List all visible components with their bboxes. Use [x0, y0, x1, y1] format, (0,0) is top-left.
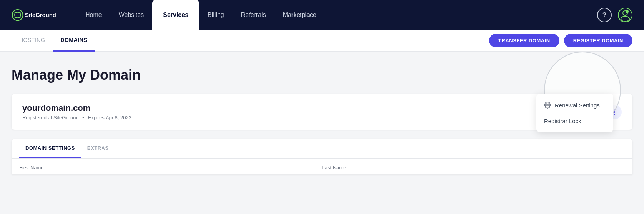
- tab-extras[interactable]: Extras: [81, 139, 115, 158]
- registrar-lock-label: Registrar Lock: [544, 118, 581, 124]
- nav-billing[interactable]: Billing: [199, 0, 233, 30]
- nav-services[interactable]: Services: [152, 0, 199, 30]
- domain-name: yourdomain.com: [22, 103, 131, 113]
- svg-point-0: [12, 10, 23, 20]
- svg-text:SiteGround: SiteGround: [25, 12, 56, 18]
- col-last-name: Last Name: [322, 165, 625, 171]
- expiry-date: Expires Apr 8, 2023: [88, 115, 131, 120]
- nav-websites[interactable]: Websites: [110, 0, 153, 30]
- gear-icon: [544, 102, 551, 109]
- profile-icon: [619, 8, 632, 22]
- question-icon: ?: [602, 11, 606, 19]
- dot-1: [614, 109, 615, 110]
- domain-meta: Registered at SiteGround • Expires Apr 8…: [22, 115, 131, 120]
- sub-nav-tabs: Hosting Domains: [12, 30, 95, 52]
- dropdown-menu: Renewal Settings Registrar Lock: [536, 94, 613, 132]
- svg-point-2: [12, 12, 23, 18]
- nav-right: ?: [597, 8, 632, 22]
- nav-links: Home Websites Services Billing Referrals…: [77, 0, 325, 30]
- renewal-settings-label: Renewal Settings: [555, 102, 600, 109]
- tab-domains[interactable]: Domains: [53, 30, 95, 52]
- renewal-settings-item[interactable]: Renewal Settings: [536, 97, 613, 113]
- logo[interactable]: SiteGround: [12, 7, 65, 23]
- svg-point-1: [15, 12, 21, 18]
- nav-referrals[interactable]: Referrals: [233, 0, 275, 30]
- register-domain-button[interactable]: Register Domain: [564, 34, 632, 47]
- top-navigation: SiteGround Home Websites Services Billin…: [0, 0, 644, 30]
- sub-navigation: Hosting Domains Transfer Domain Register…: [0, 30, 644, 52]
- domain-info: yourdomain.com Registered at SiteGround …: [22, 103, 131, 120]
- dropdown-overlay: Renewal Settings Registrar Lock: [533, 82, 609, 120]
- domain-card: yourdomain.com Registered at SiteGround …: [12, 94, 632, 130]
- nav-home[interactable]: Home: [77, 0, 110, 30]
- transfer-domain-button[interactable]: Transfer Domain: [489, 34, 559, 47]
- sub-nav-actions: Transfer Domain Register Domain: [489, 34, 632, 47]
- nav-left: SiteGround Home Websites Services Billin…: [12, 0, 325, 30]
- svg-point-7: [626, 10, 629, 13]
- settings-tabs: Domain Settings Extras First Name Last N…: [12, 139, 632, 174]
- settings-tabs-header: Domain Settings Extras: [12, 139, 632, 159]
- svg-point-8: [547, 104, 549, 106]
- profile-button[interactable]: [618, 8, 632, 22]
- dot-2: [614, 111, 615, 113]
- page-title: Manage My Domain: [12, 67, 632, 83]
- settings-table-header: First Name Last Name: [12, 159, 632, 174]
- tab-domain-settings[interactable]: Domain Settings: [19, 139, 81, 158]
- main-content: Manage My Domain yourdomain.com Register…: [0, 52, 644, 213]
- nav-marketplace[interactable]: Marketplace: [275, 0, 325, 30]
- dot-3: [614, 114, 615, 115]
- tab-hosting[interactable]: Hosting: [12, 30, 53, 52]
- col-first-name: First Name: [19, 165, 322, 171]
- help-button[interactable]: ?: [597, 8, 612, 22]
- registered-at: Registered at SiteGround: [22, 115, 79, 120]
- registrar-lock-item[interactable]: Registrar Lock: [536, 113, 613, 129]
- separator: •: [82, 115, 84, 120]
